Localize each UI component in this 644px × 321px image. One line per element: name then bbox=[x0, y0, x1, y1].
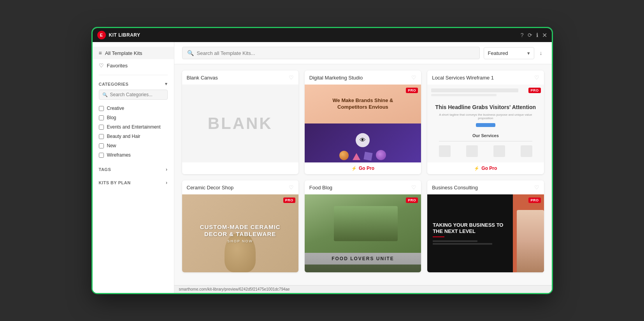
window-title: KIT LIBRARY bbox=[109, 32, 521, 38]
pro-badge-local-services: PRO bbox=[528, 88, 540, 93]
category-new-checkbox[interactable] bbox=[99, 143, 104, 148]
local-services-visual: This Headline Grabs Visitors' Attention … bbox=[427, 85, 544, 162]
go-pro-button-local-services[interactable]: ⚡ Go Pro bbox=[474, 166, 497, 171]
category-creative-label: Creative bbox=[107, 106, 125, 111]
card-header-food-blog: Food Blog ♡ bbox=[305, 180, 421, 194]
search-bar[interactable]: 🔍 bbox=[182, 47, 480, 59]
tags-label: TAGS bbox=[99, 167, 111, 172]
categories-label: CATEGORIES bbox=[99, 82, 129, 86]
app-logo: E bbox=[97, 31, 106, 39]
status-bar: smarthome.com/kit-library/preview/6242d5… bbox=[174, 285, 552, 293]
nav-label-favorites: Favorites bbox=[107, 63, 128, 69]
view-demo-button-business[interactable]: View Demo bbox=[468, 228, 504, 238]
card-title-business: Business Consulting bbox=[432, 185, 478, 190]
card-header-ceramic: Ceramic Decor Shop ♡ bbox=[182, 180, 298, 194]
main-content: ≡ All Template Kits ♡ Favorites CATEGORI… bbox=[93, 42, 552, 293]
menu-icon: ≡ bbox=[99, 50, 102, 56]
search-icon-small: 🔍 bbox=[102, 92, 108, 97]
search-icon: 🔍 bbox=[187, 50, 194, 56]
close-icon[interactable]: ✕ bbox=[542, 32, 547, 39]
favorite-icon-local-services[interactable]: ♡ bbox=[534, 74, 539, 81]
favorite-icon-business[interactable]: ♡ bbox=[534, 184, 539, 190]
toolbar: 🔍 Featured ▾ ↓ bbox=[174, 42, 552, 64]
card-title-local-services: Local Services Wireframe 1 bbox=[432, 75, 494, 81]
favorite-icon-digital-marketing[interactable]: ♡ bbox=[411, 74, 416, 81]
pro-badge-food-blog: PRO bbox=[406, 198, 418, 203]
category-blog[interactable]: Blog bbox=[99, 113, 168, 122]
card-header-local-services: Local Services Wireframe 1 ♡ bbox=[427, 71, 544, 85]
pro-badge-business: PRO bbox=[528, 198, 540, 203]
card-food-blog[interactable]: Food Blog ♡ PRO FOOD LOVER bbox=[305, 180, 421, 272]
pro-badge-ceramic: PRO bbox=[283, 198, 295, 203]
category-blog-label: Blog bbox=[107, 115, 116, 120]
help-icon[interactable]: ? bbox=[521, 32, 524, 38]
sort-chevron: ▾ bbox=[527, 50, 530, 56]
tags-chevron: › bbox=[166, 167, 168, 172]
favorite-icon-food-blog[interactable]: ♡ bbox=[411, 184, 416, 190]
category-new[interactable]: New bbox=[99, 141, 168, 150]
card-preview-digital-marketing: PRO We Make Brands Shine & Competitors E… bbox=[305, 85, 421, 162]
category-creative[interactable]: Creative bbox=[99, 104, 168, 113]
tags-section[interactable]: TAGS › bbox=[93, 163, 174, 176]
titlebar-actions: ? ⟳ ℹ ✕ bbox=[521, 32, 547, 39]
grid-area: Blank Canvas ♡ BLANK Digital Marketing S bbox=[174, 64, 552, 285]
card-digital-marketing[interactable]: Digital Marketing Studio ♡ PRO We Make B… bbox=[305, 71, 421, 174]
dm-headline: We Make Brands Shine & Competitors Envio… bbox=[333, 97, 393, 111]
categories-section: CATEGORIES ▾ 🔍 Creative Blog Even bbox=[93, 78, 174, 163]
card-blank-canvas[interactable]: Blank Canvas ♡ BLANK bbox=[182, 71, 298, 174]
sidebar-item-favorites[interactable]: ♡ Favorites bbox=[93, 59, 174, 72]
favorite-icon-ceramic[interactable]: ♡ bbox=[289, 184, 294, 190]
category-search-input[interactable] bbox=[110, 92, 164, 97]
go-pro-button-digital-marketing[interactable]: ⚡ Go Pro bbox=[351, 166, 374, 171]
category-beauty-checkbox[interactable] bbox=[99, 134, 104, 139]
blank-canvas-visual: BLANK bbox=[182, 85, 298, 162]
category-beauty[interactable]: Beauty and Hair bbox=[99, 132, 168, 141]
kits-by-plan-chevron: › bbox=[166, 180, 168, 185]
kits-by-plan-section[interactable]: KITS BY PLAN › bbox=[93, 176, 174, 189]
app-window: E KIT LIBRARY ? ⟳ ℹ ✕ ≡ All Template Kit… bbox=[93, 28, 552, 293]
category-events[interactable]: Events and Entertainment bbox=[99, 122, 168, 132]
view-demo-button-ls[interactable]: View Demo bbox=[468, 118, 504, 129]
ceramic-title-line1: CUSTOM-MADE CERAMIC bbox=[200, 224, 281, 231]
category-wireframes-checkbox[interactable] bbox=[99, 153, 104, 158]
sort-dropdown[interactable]: Featured ▾ bbox=[484, 47, 534, 59]
card-local-services[interactable]: Local Services Wireframe 1 ♡ PRO This He… bbox=[427, 71, 544, 174]
card-preview-food-blog: PRO FOOD LOVERS UNITE View D bbox=[305, 194, 421, 272]
card-ceramic[interactable]: Ceramic Decor Shop ♡ PRO CUSTOM-MADE CER… bbox=[182, 180, 298, 272]
pro-badge-digital-marketing: PRO bbox=[406, 88, 418, 93]
refresh-icon[interactable]: ⟳ bbox=[528, 32, 532, 38]
category-search-bar[interactable]: 🔍 bbox=[99, 90, 168, 100]
sort-direction-icon[interactable]: ↓ bbox=[538, 48, 544, 58]
card-header-business: Business Consulting ♡ bbox=[427, 180, 544, 194]
sidebar-item-all-template-kits[interactable]: ≡ All Template Kits bbox=[93, 47, 174, 59]
card-business[interactable]: Business Consulting ♡ PRO TAKING YOUR BU… bbox=[427, 180, 544, 272]
favorite-icon-blank-canvas[interactable]: ♡ bbox=[289, 74, 294, 81]
card-title-food-blog: Food Blog bbox=[309, 185, 332, 190]
categories-header[interactable]: CATEGORIES ▾ bbox=[99, 81, 168, 86]
info-icon[interactable]: ℹ bbox=[536, 32, 538, 38]
search-input[interactable] bbox=[197, 50, 475, 56]
category-new-label: New bbox=[107, 143, 116, 148]
view-demo-button-food[interactable]: View Demo bbox=[345, 228, 381, 238]
category-creative-checkbox[interactable] bbox=[99, 106, 104, 111]
food-blog-visual: FOOD LOVERS UNITE View Demo bbox=[305, 194, 421, 272]
ceramic-subtitle: SHOP NOW bbox=[200, 239, 281, 243]
category-events-checkbox[interactable] bbox=[99, 125, 104, 130]
business-visual: TAKING YOUR BUSINESS TO THE NEXT LEVEL bbox=[427, 194, 544, 272]
card-preview-ceramic: PRO CUSTOM-MADE CERAMIC DECOR & TABLEWAR… bbox=[182, 194, 298, 272]
blank-canvas-text: BLANK bbox=[208, 114, 273, 133]
content-area: 🔍 Featured ▾ ↓ Blank Canvas ♡ bbox=[174, 42, 552, 293]
sort-label: Featured bbox=[488, 50, 508, 56]
card-footer-local-services: ⚡ Go Pro bbox=[427, 162, 544, 174]
heart-icon: ♡ bbox=[99, 62, 104, 69]
card-preview-local-services: PRO This Headline Grabs Visitors' Attent… bbox=[427, 85, 544, 162]
sidebar: ≡ All Template Kits ♡ Favorites CATEGORI… bbox=[93, 42, 174, 293]
ceramic-text-block: CUSTOM-MADE CERAMIC DECOR & TABLEWARE SH… bbox=[200, 224, 281, 243]
kit-grid: Blank Canvas ♡ BLANK Digital Marketing S bbox=[182, 71, 544, 272]
card-header-digital-marketing: Digital Marketing Studio ♡ bbox=[305, 71, 421, 85]
category-blog-checkbox[interactable] bbox=[99, 115, 104, 120]
kits-by-plan-label: KITS BY PLAN bbox=[99, 180, 131, 185]
status-url: smarthome.com/kit-library/preview/6242d5… bbox=[179, 287, 290, 291]
category-wireframes[interactable]: Wireframes bbox=[99, 150, 168, 160]
ceramic-visual: CUSTOM-MADE CERAMIC DECOR & TABLEWARE SH… bbox=[182, 194, 298, 272]
